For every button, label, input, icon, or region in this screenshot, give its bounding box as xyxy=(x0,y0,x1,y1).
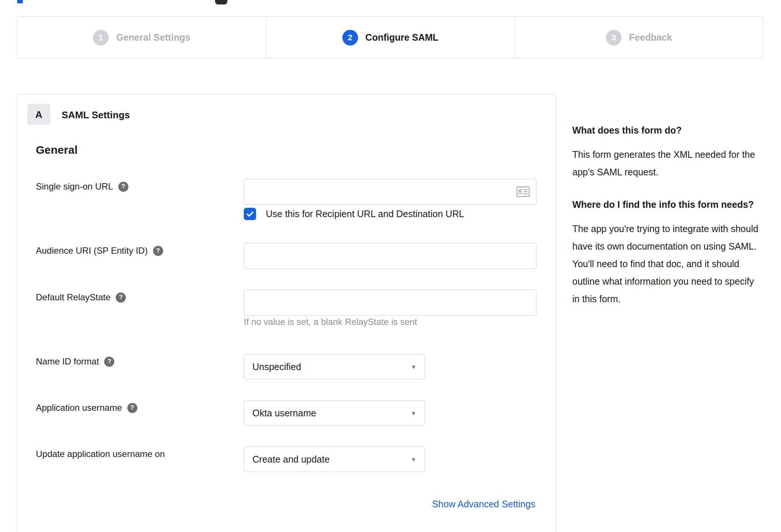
saml-settings-card: A SAML Settings General Single sign-on U… xyxy=(17,94,556,532)
chevron-down-icon: ▼ xyxy=(411,410,416,416)
name-id-format-label: Name ID format ? xyxy=(36,356,114,367)
relay-state-hint: If no value is set, a blank RelayState i… xyxy=(244,317,417,327)
audience-uri-label: Audience URI (SP Entity ID) ? xyxy=(36,245,163,256)
help-icon[interactable]: ? xyxy=(153,246,163,256)
recipient-url-checkbox-label: Use this for Recipient URL and Destinati… xyxy=(266,209,464,219)
update-username-label-text: Update application username on xyxy=(36,449,165,459)
recipient-url-checkbox-row: Use this for Recipient URL and Destinati… xyxy=(244,208,464,220)
help-q2-title: Where do I find the info this form needs… xyxy=(572,197,759,213)
recipient-url-checkbox[interactable] xyxy=(244,208,256,220)
update-username-select[interactable]: Create and update ▼ xyxy=(244,447,425,472)
application-username-label: Application username ? xyxy=(36,403,137,413)
name-id-format-value: Unspecified xyxy=(252,362,301,372)
cropped-app-logo-fragment xyxy=(215,0,227,4)
step-number-badge: 3 xyxy=(606,30,622,46)
name-id-format-label-text: Name ID format xyxy=(36,356,99,367)
update-username-value: Create and update xyxy=(252,454,330,465)
audience-uri-label-text: Audience URI (SP Entity ID) xyxy=(36,245,148,256)
sso-url-label: Single sign-on URL ? xyxy=(36,181,128,192)
step-label: Configure SAML xyxy=(365,32,439,43)
show-advanced-settings-link[interactable]: Show Advanced Settings xyxy=(432,499,535,510)
step-label: Feedback xyxy=(629,32,672,43)
relay-state-label: Default RelayState ? xyxy=(36,292,126,303)
help-icon[interactable]: ? xyxy=(116,292,126,303)
step-configure-saml[interactable]: 2 Configure SAML xyxy=(266,17,514,58)
step-number-badge: 1 xyxy=(93,30,109,46)
group-title-general: General xyxy=(36,144,78,156)
audience-uri-input[interactable] xyxy=(244,243,536,269)
contact-card-icon[interactable] xyxy=(516,186,530,197)
update-username-label: Update application username on xyxy=(36,449,165,459)
chevron-down-icon: ▼ xyxy=(411,456,416,463)
step-general-settings[interactable]: 1 General Settings xyxy=(18,17,266,58)
application-username-value: Okta username xyxy=(252,408,316,419)
sso-url-label-text: Single sign-on URL xyxy=(36,181,113,192)
help-q1-body: This form generates the XML needed for t… xyxy=(572,146,759,181)
relay-state-input[interactable] xyxy=(244,290,536,316)
application-username-label-text: Application username xyxy=(36,403,122,413)
cropped-page-title-fragment xyxy=(17,0,23,3)
chevron-down-icon: ▼ xyxy=(411,364,416,370)
step-feedback[interactable]: 3 Feedback xyxy=(514,17,763,58)
wizard-stepper: 1 General Settings 2 Configure SAML 3 Fe… xyxy=(17,16,763,59)
help-panel: What does this form do? This form genera… xyxy=(572,122,759,323)
help-q2-body: The app you're trying to integrate with … xyxy=(572,220,759,308)
relay-state-label-text: Default RelayState xyxy=(36,292,111,303)
section-a-badge: A xyxy=(27,104,50,125)
section-title: SAML Settings xyxy=(62,109,130,121)
step-number-badge: 2 xyxy=(342,30,358,46)
help-icon[interactable]: ? xyxy=(127,403,137,413)
sso-url-input[interactable] xyxy=(244,179,536,205)
help-q1-title: What does this form do? xyxy=(572,122,759,138)
help-icon[interactable]: ? xyxy=(104,357,114,367)
name-id-format-select[interactable]: Unspecified ▼ xyxy=(244,354,425,379)
help-icon[interactable]: ? xyxy=(118,182,128,192)
step-label: General Settings xyxy=(116,32,190,43)
application-username-select[interactable]: Okta username ▼ xyxy=(244,400,425,426)
